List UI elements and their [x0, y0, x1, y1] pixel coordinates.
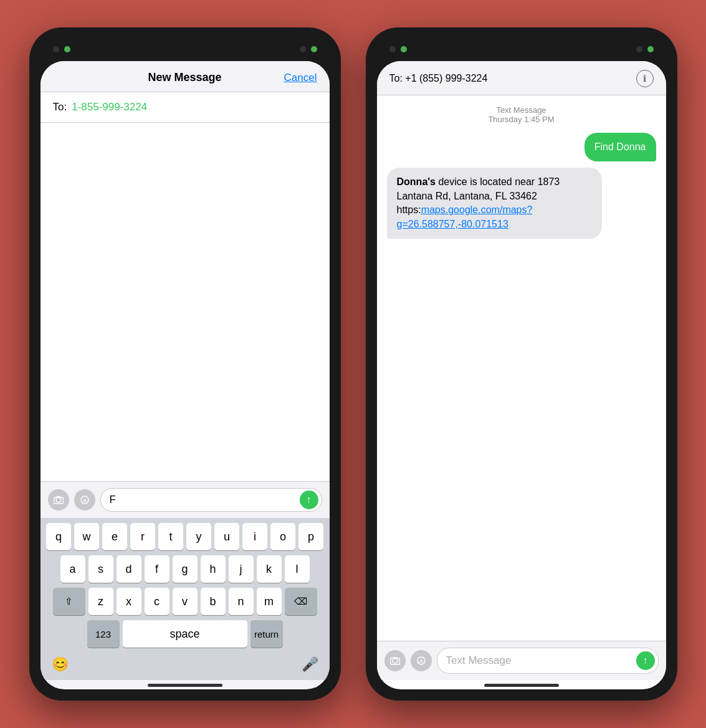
key-q[interactable]: q [46, 523, 71, 550]
info-button[interactable]: ℹ [636, 70, 654, 87]
chat-header: To: +1 (855) 999-3224 ℹ [377, 61, 666, 95]
chat-camera-button[interactable] [384, 650, 406, 671]
chat-to-label: To: [389, 73, 403, 84]
chat-text-input[interactable]: Text Message [437, 648, 659, 674]
keyboard: q w e r t y u i o p a s d f g h j k l [41, 518, 330, 680]
dot-7 [636, 46, 642, 52]
input-bar: A F [41, 481, 330, 518]
chat-empty-space [377, 378, 666, 641]
key-k[interactable]: k [257, 555, 282, 583]
apps-button[interactable]: A [74, 489, 95, 510]
key-return[interactable]: return [250, 620, 283, 648]
key-f[interactable]: f [145, 555, 169, 583]
chat-input-wrapper: Text Message [437, 648, 659, 674]
nav-title: New Message [148, 71, 221, 84]
dot-3 [300, 46, 306, 52]
send-button[interactable] [300, 491, 318, 509]
chat-apps-button[interactable]: A [411, 650, 432, 671]
to-label: To: [53, 101, 67, 113]
camera-button[interactable] [48, 489, 69, 510]
keyboard-row-1: q w e r t y u i o p [43, 523, 327, 550]
dot-1 [53, 46, 59, 52]
sent-message-row: Find Donna [387, 133, 656, 161]
timestamp-label: Text Message Thursday 1:45 PM [387, 105, 656, 124]
chat-phone-number: +1 (855) 999-3224 [405, 73, 487, 84]
right-screen: To: +1 (855) 999-3224 ℹ Text Message Thu… [377, 61, 666, 689]
key-w[interactable]: w [74, 523, 99, 550]
key-c[interactable]: c [145, 588, 169, 615]
key-e[interactable]: e [102, 523, 127, 550]
key-g[interactable]: g [173, 555, 198, 583]
key-x[interactable]: x [117, 588, 141, 615]
cancel-button[interactable]: Cancel [284, 72, 317, 84]
message-input[interactable]: F [100, 488, 322, 512]
right-notch-dots [300, 46, 317, 52]
key-j[interactable]: j [229, 555, 254, 583]
keyboard-bottom: 😊 🎤 [43, 653, 327, 678]
chat-messages: Text Message Thursday 1:45 PM Find Donna… [377, 95, 666, 378]
received-message-row: Donna's device is located near 1873 Lant… [387, 168, 656, 239]
svg-point-5 [393, 658, 398, 663]
key-z[interactable]: z [88, 588, 113, 615]
emoji-icon[interactable]: 😊 [52, 656, 69, 673]
key-v[interactable]: v [173, 588, 198, 615]
key-backspace[interactable]: ⌫ [285, 588, 317, 615]
key-b[interactable]: b [201, 588, 226, 615]
key-d[interactable]: d [117, 555, 141, 583]
left-screen: New Message Cancel To: 1-855-999-3224 [41, 61, 330, 689]
key-u[interactable]: u [214, 523, 239, 550]
to-number: 1-855-999-3224 [72, 101, 147, 113]
maps-link[interactable]: maps.google.com/maps?g=26.588757,-80.071… [397, 204, 533, 229]
nav-bar: New Message Cancel [41, 61, 330, 92]
key-i[interactable]: i [242, 523, 267, 550]
key-h[interactable]: h [201, 555, 226, 583]
left-home-indicator [148, 684, 222, 687]
message-type: Text Message [387, 105, 656, 115]
key-shift[interactable]: ⇧ [53, 588, 85, 615]
left-notch-bar [41, 39, 330, 61]
key-r[interactable]: r [130, 523, 155, 550]
keyboard-row-2: a s d f g h j k l [43, 555, 327, 583]
dot-4 [311, 46, 317, 52]
key-t[interactable]: t [158, 523, 183, 550]
right-home-indicator [484, 684, 559, 687]
left-notch-dots [53, 46, 70, 52]
key-space[interactable]: space [123, 620, 247, 648]
keyboard-row-3: ⇧ z x c v b n m ⌫ [43, 588, 327, 615]
received-text-main: Donna's device is located near 1873 Lant… [397, 176, 560, 229]
key-o[interactable]: o [270, 523, 295, 550]
right-notch-dots-left [389, 46, 407, 52]
received-bubble: Donna's device is located near 1873 Lant… [387, 168, 603, 239]
message-body [41, 123, 330, 481]
key-m[interactable]: m [257, 588, 282, 615]
to-field[interactable]: To: 1-855-999-3224 [41, 92, 330, 123]
svg-text:A: A [82, 497, 87, 504]
key-n[interactable]: n [229, 588, 254, 615]
message-time: Thursday 1:45 PM [387, 115, 656, 124]
chat-input-bar: A Text Message [377, 641, 666, 680]
chat-to-field: To: +1 (855) 999-3224 [389, 73, 488, 84]
sent-bubble: Find Donna [584, 133, 656, 161]
key-123[interactable]: 123 [87, 620, 120, 648]
chat-send-button[interactable] [636, 651, 655, 670]
key-s[interactable]: s [88, 555, 113, 583]
left-phone: New Message Cancel To: 1-855-999-3224 [29, 27, 341, 701]
svg-text:A: A [419, 658, 423, 664]
dot-2 [64, 46, 70, 52]
right-notch-dots-right [636, 46, 654, 52]
svg-point-0 [56, 497, 61, 502]
key-p[interactable]: p [298, 523, 323, 550]
dot-8 [647, 46, 654, 52]
microphone-icon[interactable]: 🎤 [302, 656, 318, 673]
key-l[interactable]: l [285, 555, 310, 583]
right-notch-bar [377, 39, 666, 61]
key-a[interactable]: a [60, 555, 85, 583]
dot-6 [401, 46, 407, 52]
keyboard-row-4: 123 space return [43, 620, 327, 648]
dot-5 [389, 46, 396, 52]
right-phone: To: +1 (855) 999-3224 ℹ Text Message Thu… [366, 27, 677, 701]
input-wrapper: F [100, 488, 322, 512]
key-y[interactable]: y [186, 523, 211, 550]
